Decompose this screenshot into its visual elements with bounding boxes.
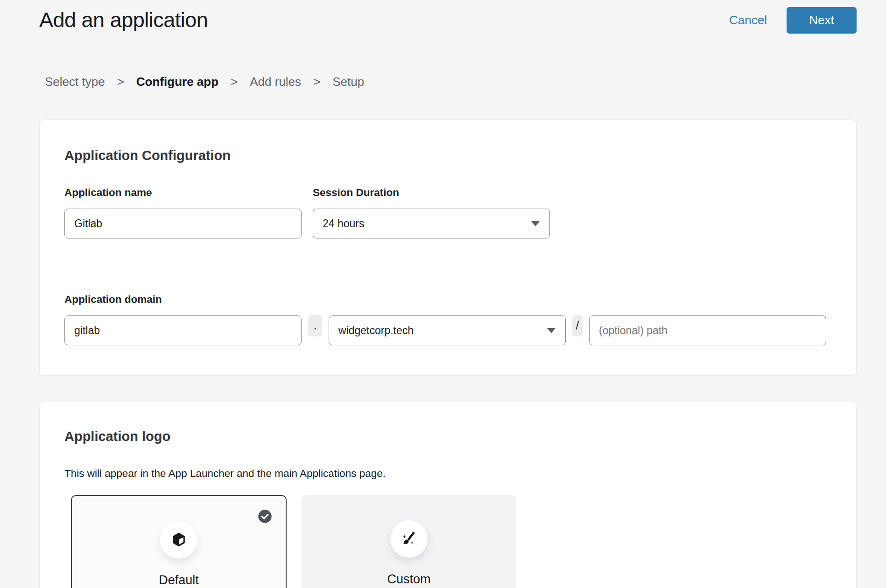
- chevron-down-icon: [547, 328, 556, 333]
- page-title: Add an application: [39, 8, 208, 32]
- application-logo-description: This will appear in the App Launcher and…: [64, 468, 831, 480]
- logo-options: Default Custom: [71, 495, 831, 588]
- step-select-type[interactable]: Select type: [45, 75, 105, 89]
- header-actions: Cancel Next: [729, 7, 857, 34]
- subdomain-input[interactable]: [64, 315, 302, 345]
- application-domain-row: . widgetcorp.tech /: [64, 306, 831, 345]
- slash-separator: /: [572, 315, 583, 336]
- custom-logo-circle: [390, 520, 428, 558]
- session-duration-value: 24 hours: [313, 209, 550, 238]
- application-logo-heading: Application logo: [64, 429, 831, 444]
- selected-check-icon: [258, 509, 272, 524]
- chevron-down-icon: [531, 221, 540, 226]
- application-domain-label: Application domain: [64, 294, 831, 306]
- breadcrumb-separator: >: [117, 75, 124, 89]
- application-configuration-heading: Application Configuration: [64, 148, 831, 163]
- logo-option-label: Custom: [387, 572, 430, 587]
- session-duration-select[interactable]: 24 hours: [313, 209, 550, 238]
- step-setup[interactable]: Setup: [332, 75, 364, 89]
- logo-option-custom[interactable]: Custom: [302, 495, 516, 588]
- cancel-button[interactable]: Cancel: [729, 13, 767, 28]
- domain-select[interactable]: widgetcorp.tech: [329, 315, 566, 345]
- logo-option-label: Default: [159, 573, 199, 588]
- paintbrush-icon: [401, 531, 417, 547]
- application-name-input[interactable]: [64, 209, 302, 238]
- session-duration-field-group: Session Duration 24 hours: [313, 187, 550, 238]
- application-logo-card: Application logo This will appear in the…: [39, 402, 857, 588]
- application-name-field-group: Application name: [64, 187, 302, 238]
- breadcrumb-separator: >: [231, 75, 238, 89]
- breadcrumb-separator: >: [313, 75, 320, 89]
- application-configuration-card: Application Configuration Application na…: [39, 119, 857, 376]
- session-duration-label: Session Duration: [313, 187, 550, 199]
- wizard-breadcrumb: Select type > Configure app > Add rules …: [45, 75, 857, 89]
- add-application-page: Add an application Cancel Next Select ty…: [0, 7, 886, 588]
- domain-select-value: widgetcorp.tech: [329, 315, 566, 345]
- step-configure-app[interactable]: Configure app: [136, 75, 218, 89]
- application-name-label: Application name: [64, 187, 302, 199]
- name-session-row: Application name Session Duration 24 hou…: [64, 187, 831, 238]
- cube-icon: [170, 531, 188, 549]
- default-logo-circle: [160, 521, 197, 559]
- logo-option-default[interactable]: Default: [71, 495, 287, 588]
- dot-separator: .: [308, 315, 322, 336]
- path-input[interactable]: [589, 315, 826, 345]
- page-header: Add an application Cancel Next: [39, 7, 857, 34]
- next-button[interactable]: Next: [787, 7, 857, 34]
- step-add-rules[interactable]: Add rules: [250, 75, 301, 89]
